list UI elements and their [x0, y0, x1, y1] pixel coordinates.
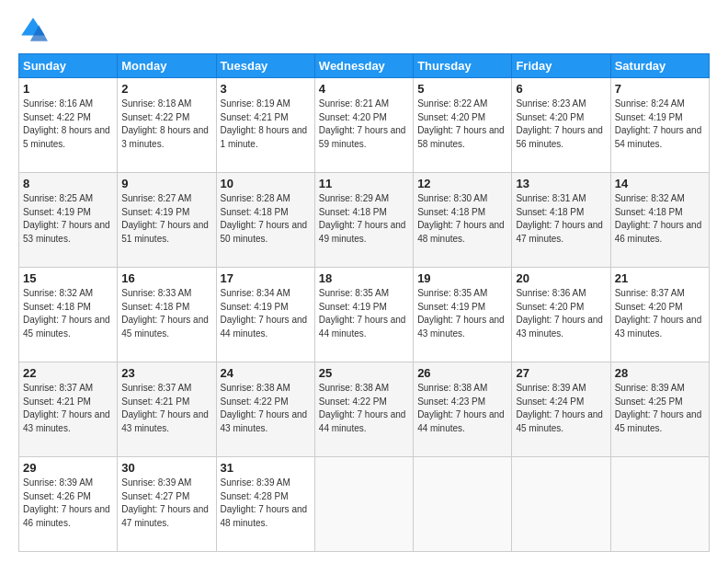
calendar-cell: 5 Sunrise: 8:22 AMSunset: 4:20 PMDayligh… — [414, 78, 512, 173]
calendar-cell: 12 Sunrise: 8:30 AMSunset: 4:18 PMDaylig… — [414, 173, 512, 268]
day-number: 11 — [319, 177, 409, 190]
day-info: Sunrise: 8:38 AMSunset: 4:22 PMDaylight:… — [319, 382, 409, 435]
day-number: 27 — [516, 366, 606, 380]
day-info: Sunrise: 8:22 AMSunset: 4:20 PMDaylight:… — [417, 98, 507, 151]
calendar-cell: 7 Sunrise: 8:24 AMSunset: 4:19 PMDayligh… — [610, 78, 709, 173]
day-info: Sunrise: 8:39 AMSunset: 4:25 PMDaylight:… — [615, 382, 705, 435]
calendar-cell — [314, 457, 413, 552]
calendar-cell: 21 Sunrise: 8:37 AMSunset: 4:20 PMDaylig… — [610, 268, 709, 362]
day-number: 30 — [121, 461, 211, 475]
calendar-cell: 24 Sunrise: 8:38 AMSunset: 4:22 PMDaylig… — [216, 362, 314, 457]
day-info: Sunrise: 8:37 AMSunset: 4:20 PMDaylight:… — [615, 287, 705, 340]
calendar-cell: 19 Sunrise: 8:35 AMSunset: 4:19 PMDaylig… — [414, 268, 512, 362]
calendar-cell: 2 Sunrise: 8:18 AMSunset: 4:22 PMDayligh… — [118, 78, 216, 173]
logo-icon — [18, 15, 48, 44]
calendar-cell: 28 Sunrise: 8:39 AMSunset: 4:25 PMDaylig… — [610, 362, 709, 457]
weekday-header-wednesday: Wednesday — [314, 54, 413, 78]
calendar-cell: 31 Sunrise: 8:39 AMSunset: 4:28 PMDaylig… — [216, 457, 314, 552]
day-number: 3 — [221, 82, 311, 96]
day-info: Sunrise: 8:37 AMSunset: 4:21 PMDaylight:… — [121, 382, 211, 435]
calendar-cell: 25 Sunrise: 8:38 AMSunset: 4:22 PMDaylig… — [314, 362, 413, 457]
day-number: 18 — [319, 271, 409, 285]
weekday-header-thursday: Thursday — [414, 54, 512, 78]
day-info: Sunrise: 8:38 AMSunset: 4:23 PMDaylight:… — [417, 382, 507, 435]
calendar-cell: 3 Sunrise: 8:19 AMSunset: 4:21 PMDayligh… — [216, 78, 314, 173]
day-info: Sunrise: 8:30 AMSunset: 4:18 PMDaylight:… — [417, 192, 507, 246]
day-number: 28 — [615, 366, 705, 380]
calendar-cell: 26 Sunrise: 8:38 AMSunset: 4:23 PMDaylig… — [414, 362, 512, 457]
calendar-cell: 27 Sunrise: 8:39 AMSunset: 4:24 PMDaylig… — [512, 362, 610, 457]
day-number: 13 — [516, 177, 606, 190]
page: SundayMondayTuesdayWednesdayThursdayFrid… — [0, 0, 728, 563]
weekday-header-monday: Monday — [118, 54, 216, 78]
day-info: Sunrise: 8:25 AMSunset: 4:19 PMDaylight:… — [23, 192, 113, 246]
calendar-cell — [414, 457, 512, 552]
day-number: 1 — [23, 82, 113, 96]
weekday-header-row: SundayMondayTuesdayWednesdayThursdayFrid… — [19, 54, 710, 78]
day-number: 8 — [23, 177, 113, 190]
weekday-header-saturday: Saturday — [610, 54, 709, 78]
day-info: Sunrise: 8:32 AMSunset: 4:18 PMDaylight:… — [615, 192, 705, 246]
day-info: Sunrise: 8:39 AMSunset: 4:28 PMDaylight:… — [221, 477, 311, 530]
calendar-cell: 18 Sunrise: 8:35 AMSunset: 4:19 PMDaylig… — [314, 268, 413, 362]
calendar-cell: 1 Sunrise: 8:16 AMSunset: 4:22 PMDayligh… — [19, 78, 118, 173]
day-info: Sunrise: 8:38 AMSunset: 4:22 PMDaylight:… — [221, 382, 311, 435]
day-info: Sunrise: 8:31 AMSunset: 4:18 PMDaylight:… — [516, 192, 606, 246]
weekday-header-sunday: Sunday — [19, 54, 118, 78]
calendar-table: SundayMondayTuesdayWednesdayThursdayFrid… — [18, 53, 710, 552]
day-info: Sunrise: 8:34 AMSunset: 4:19 PMDaylight:… — [221, 287, 311, 340]
day-number: 10 — [221, 177, 311, 190]
day-info: Sunrise: 8:28 AMSunset: 4:18 PMDaylight:… — [221, 192, 311, 246]
day-info: Sunrise: 8:23 AMSunset: 4:20 PMDaylight:… — [516, 98, 606, 151]
day-info: Sunrise: 8:29 AMSunset: 4:18 PMDaylight:… — [319, 192, 409, 246]
day-number: 2 — [121, 82, 211, 96]
day-number: 25 — [319, 366, 409, 380]
day-info: Sunrise: 8:16 AMSunset: 4:22 PMDaylight:… — [23, 98, 113, 151]
day-number: 26 — [417, 366, 507, 380]
day-number: 6 — [516, 82, 606, 96]
day-info: Sunrise: 8:35 AMSunset: 4:19 PMDaylight:… — [319, 287, 409, 340]
day-number: 24 — [221, 366, 311, 380]
day-number: 7 — [615, 82, 705, 96]
calendar-cell: 30 Sunrise: 8:39 AMSunset: 4:27 PMDaylig… — [118, 457, 216, 552]
day-number: 22 — [23, 366, 113, 380]
calendar-cell: 20 Sunrise: 8:36 AMSunset: 4:20 PMDaylig… — [512, 268, 610, 362]
weekday-header-tuesday: Tuesday — [216, 54, 314, 78]
calendar-cell: 4 Sunrise: 8:21 AMSunset: 4:20 PMDayligh… — [314, 78, 413, 173]
day-info: Sunrise: 8:39 AMSunset: 4:24 PMDaylight:… — [516, 382, 606, 435]
day-info: Sunrise: 8:27 AMSunset: 4:19 PMDaylight:… — [121, 192, 211, 246]
day-info: Sunrise: 8:33 AMSunset: 4:18 PMDaylight:… — [121, 287, 211, 340]
calendar-cell: 16 Sunrise: 8:33 AMSunset: 4:18 PMDaylig… — [118, 268, 216, 362]
calendar-cell — [610, 457, 709, 552]
day-number: 20 — [516, 271, 606, 285]
calendar-week-2: 8 Sunrise: 8:25 AMSunset: 4:19 PMDayligh… — [19, 173, 710, 268]
day-number: 5 — [417, 82, 507, 96]
calendar-week-4: 22 Sunrise: 8:37 AMSunset: 4:21 PMDaylig… — [19, 362, 710, 457]
day-number: 16 — [121, 271, 211, 285]
day-number: 29 — [23, 461, 113, 475]
day-number: 19 — [417, 271, 507, 285]
weekday-header-friday: Friday — [512, 54, 610, 78]
day-number: 15 — [23, 271, 113, 285]
calendar-cell: 11 Sunrise: 8:29 AMSunset: 4:18 PMDaylig… — [314, 173, 413, 268]
day-info: Sunrise: 8:24 AMSunset: 4:19 PMDaylight:… — [615, 98, 705, 151]
logo — [18, 15, 51, 44]
day-info: Sunrise: 8:39 AMSunset: 4:26 PMDaylight:… — [23, 477, 113, 530]
header — [18, 15, 710, 44]
calendar-cell: 8 Sunrise: 8:25 AMSunset: 4:19 PMDayligh… — [19, 173, 118, 268]
calendar-cell: 29 Sunrise: 8:39 AMSunset: 4:26 PMDaylig… — [19, 457, 118, 552]
day-number: 21 — [615, 271, 705, 285]
day-number: 23 — [121, 366, 211, 380]
day-number: 31 — [221, 461, 311, 475]
calendar-cell: 9 Sunrise: 8:27 AMSunset: 4:19 PMDayligh… — [118, 173, 216, 268]
calendar-week-5: 29 Sunrise: 8:39 AMSunset: 4:26 PMDaylig… — [19, 457, 710, 552]
calendar-cell: 10 Sunrise: 8:28 AMSunset: 4:18 PMDaylig… — [216, 173, 314, 268]
calendar-cell: 14 Sunrise: 8:32 AMSunset: 4:18 PMDaylig… — [610, 173, 709, 268]
calendar-week-1: 1 Sunrise: 8:16 AMSunset: 4:22 PMDayligh… — [19, 78, 710, 173]
day-info: Sunrise: 8:19 AMSunset: 4:21 PMDaylight:… — [221, 98, 311, 151]
calendar-cell: 22 Sunrise: 8:37 AMSunset: 4:21 PMDaylig… — [19, 362, 118, 457]
calendar-cell: 15 Sunrise: 8:32 AMSunset: 4:18 PMDaylig… — [19, 268, 118, 362]
day-info: Sunrise: 8:39 AMSunset: 4:27 PMDaylight:… — [121, 477, 211, 530]
day-number: 4 — [319, 82, 409, 96]
calendar-cell: 23 Sunrise: 8:37 AMSunset: 4:21 PMDaylig… — [118, 362, 216, 457]
